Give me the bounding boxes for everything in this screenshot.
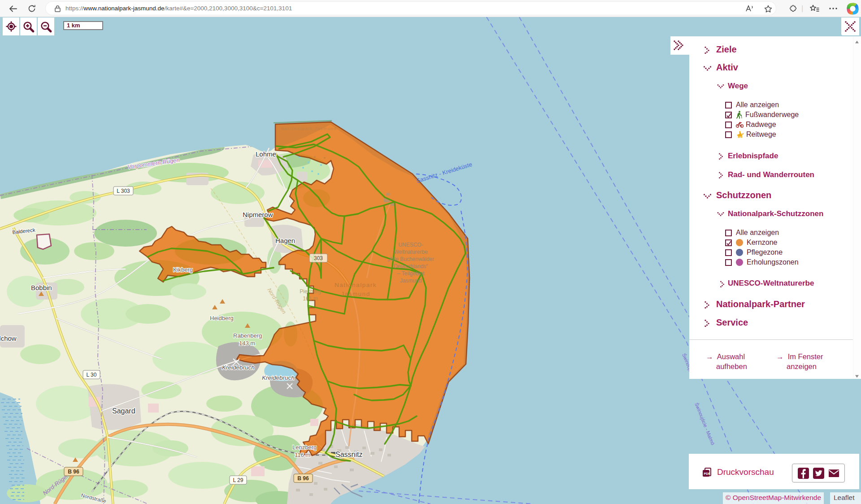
svg-text:Kreidebruch: Kreidebruch xyxy=(222,364,255,371)
svg-text:Jasmund: Jasmund xyxy=(400,278,422,284)
svg-text:Kreidebruch: Kreidebruch xyxy=(262,374,295,381)
svg-text:Lenzberg: Lenzberg xyxy=(292,444,317,451)
svg-text:Nationalpark: Nationalpark xyxy=(335,282,377,288)
svg-text:Weltnaturerbe: Weltnaturerbe xyxy=(394,249,427,255)
svg-text:„Alte Buchenwälder: „Alte Buchenwälder xyxy=(387,256,434,262)
svg-text:Sassnitz: Sassnitz xyxy=(335,451,362,458)
svg-text:Jasmund: Jasmund xyxy=(341,291,370,297)
svg-text:Kikberg: Kikberg xyxy=(173,266,193,273)
svg-text:Lohme: Lohme xyxy=(256,150,276,158)
svg-text:161 m: 161 m xyxy=(303,295,317,302)
svg-text:Nipmerow: Nipmerow xyxy=(243,211,273,218)
svg-text:L 303: L 303 xyxy=(117,188,130,194)
svg-text:B 96: B 96 xyxy=(68,469,79,475)
svg-text:UNESCO-: UNESCO- xyxy=(398,242,423,248)
svg-text:B 96: B 96 xyxy=(297,475,309,482)
svg-text:143 m: 143 m xyxy=(239,340,255,347)
svg-text:L 29: L 29 xyxy=(233,477,244,483)
svg-text:L 30: L 30 xyxy=(87,372,97,378)
svg-text:Heidberg: Heidberg xyxy=(210,315,234,322)
svg-text:116 m: 116 m xyxy=(295,452,310,458)
svg-text:Hagen: Hagen xyxy=(275,237,295,244)
svg-text:Piekberg: Piekberg xyxy=(300,288,321,295)
svg-text:Bobbin: Bobbin xyxy=(31,284,52,291)
svg-text:Sagard: Sagard xyxy=(112,407,135,415)
svg-text:Nationalpark Jasmund: Nationalpark Jasmund xyxy=(281,126,337,131)
svg-text:Deutschlands“: Deutschlands“ xyxy=(394,263,428,269)
svg-text:PDF: PDF xyxy=(704,472,711,475)
svg-text:Rabenberg: Rabenberg xyxy=(233,332,262,339)
svg-text:– Teilgebiet: – Teilgebiet xyxy=(397,270,425,277)
svg-text:Polchow: Polchow xyxy=(0,335,17,342)
svg-text:303: 303 xyxy=(314,255,323,261)
